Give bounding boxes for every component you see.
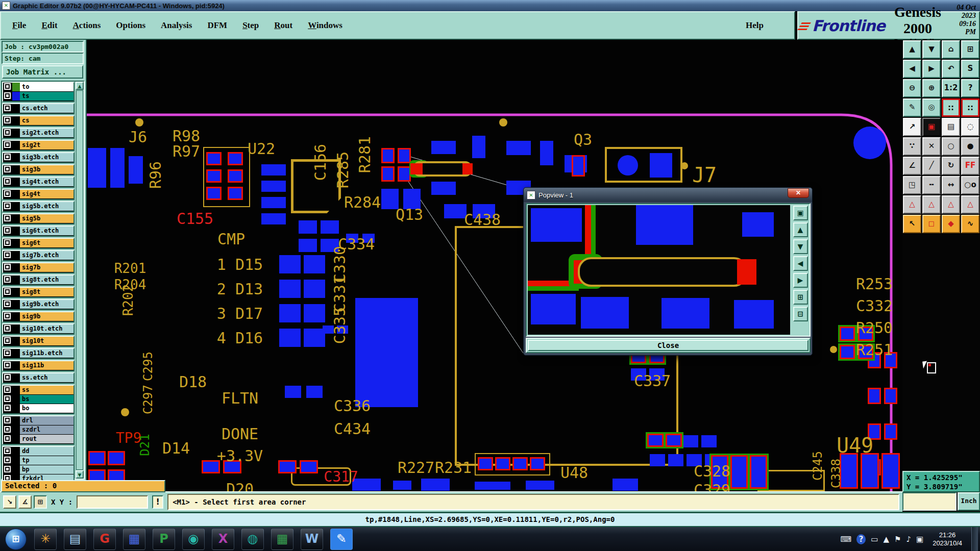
popview-pad[interactable] — [578, 257, 747, 287]
popview-canvas[interactable] — [528, 205, 790, 335]
pcb-pad[interactable] — [279, 255, 301, 273]
layer-checkbox[interactable] — [4, 426, 11, 433]
move-tool-button[interactable]: ↗ — [903, 118, 921, 136]
pan-left-button[interactable]: ◀ — [903, 60, 921, 78]
alert-button[interactable]: ! — [152, 495, 163, 509]
origin-target-button[interactable]: ◎ — [922, 98, 941, 117]
layer-checkbox[interactable] — [4, 117, 11, 123]
angle-tool-button[interactable]: ∠ — [903, 157, 921, 175]
popview-pad[interactable] — [662, 298, 709, 329]
pcb-pad[interactable] — [650, 153, 672, 178]
layer-checkbox[interactable] — [4, 239, 11, 246]
pcb-pad[interactable] — [381, 148, 395, 163]
pcb-pad[interactable] — [261, 213, 286, 224]
pcb-pad[interactable] — [512, 457, 528, 470]
layer-checkbox[interactable] — [4, 83, 11, 90]
pcb-pad[interactable] — [884, 423, 897, 440]
xy-input[interactable] — [77, 495, 148, 509]
previous-view-button[interactable]: ↶ — [942, 60, 960, 78]
pcb-pad[interactable] — [304, 280, 325, 298]
layer-row-sig11b.etch[interactable]: sig11b.etch — [3, 349, 74, 358]
resize-window-button[interactable]: ↘ — [3, 495, 16, 509]
pcb-pad[interactable] — [701, 435, 717, 447]
layer-row-sig9b.etch[interactable]: sig9b.etch — [3, 300, 74, 309]
layer-row-sig2t.etch[interactable]: sig2t.etch — [3, 129, 74, 138]
layer-row-tp[interactable]: tp — [3, 456, 74, 465]
mirror-tool-button[interactable]: FF — [961, 157, 979, 175]
layer-row-sig11b[interactable]: sig11b — [3, 361, 74, 370]
layer-checkbox[interactable] — [4, 435, 11, 442]
taskbar-app-exceed-x[interactable]: X — [212, 529, 234, 550]
show-hidden-icon[interactable]: ▲ — [883, 534, 889, 544]
job-matrix-button[interactable]: Job Matrix ... — [2, 65, 83, 79]
layer-checkbox[interactable] — [4, 264, 11, 270]
taskbar-app-cam-tool-2[interactable]: ◍ — [241, 529, 264, 550]
pcb-pad[interactable] — [647, 434, 664, 447]
layer-checkbox[interactable] — [4, 313, 11, 319]
taskbar-app-gold-g[interactable]: G — [93, 529, 116, 550]
layer-checkbox[interactable] — [4, 466, 11, 472]
layer-row-sig8t.etch[interactable]: sig8t.etch — [3, 276, 74, 285]
layer-row-sig10t[interactable]: sig10t — [3, 337, 74, 346]
pcb-pad[interactable] — [88, 148, 106, 188]
pcb-pad[interactable] — [730, 455, 748, 489]
pcb-pad[interactable] — [88, 451, 106, 465]
layer-checkbox[interactable] — [4, 395, 11, 402]
layer-row-sig9b[interactable]: sig9b — [3, 312, 74, 321]
taskbar-app-quill[interactable]: ✎ — [330, 529, 353, 550]
xy-window-button[interactable]: ⊞ — [961, 40, 979, 59]
resize-tool-button[interactable]: ▣ — [922, 118, 941, 136]
pcb-pad[interactable] — [572, 155, 585, 177]
volume-icon[interactable]: ♪ — [906, 534, 911, 544]
rotate-tool-button[interactable]: ↻ — [942, 157, 960, 175]
layer-row-bp[interactable]: bp — [3, 465, 74, 474]
layer-row-sig6t[interactable]: sig6t — [3, 239, 74, 248]
pcb-pad[interactable] — [666, 434, 682, 447]
break-tool-button[interactable]: ╍ — [922, 176, 941, 194]
angle-measure-button[interactable]: ∡ — [18, 495, 32, 509]
popview-pad[interactable] — [531, 208, 582, 242]
popview-close-icon[interactable]: ✕ — [788, 188, 809, 198]
layer-row-sig3b.etch[interactable]: sig3b.etch — [3, 153, 74, 162]
pcb-pad[interactable] — [530, 457, 545, 470]
align-top-1-button[interactable]: △ — [903, 195, 921, 214]
pcb-pad[interactable] — [108, 451, 125, 465]
delete-tool-button[interactable]: ✕ — [922, 137, 941, 156]
pcb-pad[interactable] — [650, 454, 665, 466]
pcb-pad[interactable] — [618, 155, 638, 176]
menu-edit[interactable]: Edit — [41, 20, 57, 31]
pcb-pad[interactable] — [261, 164, 286, 176]
layer-row-dd[interactable]: dd — [3, 447, 74, 456]
layer-scrollbar[interactable]: ▲ ▼ — [76, 82, 84, 479]
pcb-pad[interactable] — [840, 345, 855, 359]
pcb-pad[interactable] — [681, 162, 688, 169]
layer-row-sig8t[interactable]: sig8t — [3, 288, 74, 297]
layer-row-ts[interactable]: ts — [3, 92, 74, 101]
pan-up-button[interactable]: ▲ — [903, 40, 921, 59]
pcb-pad[interactable] — [472, 136, 485, 158]
taskbar-clock[interactable]: 21:26 2023/10/4 — [933, 531, 962, 547]
popview-titlebar[interactable]: ✕ Popview - 1 ✕ — [524, 188, 812, 202]
select-net-button[interactable]: ∿ — [961, 215, 979, 233]
show-desktop-button[interactable] — [971, 527, 978, 551]
net-view-1-button[interactable]: :: — [942, 98, 960, 117]
layer-checkbox[interactable] — [4, 337, 11, 344]
pv-pan-up-button[interactable]: ▲ — [793, 222, 808, 237]
popview-pad[interactable] — [581, 297, 629, 329]
copy-open-button[interactable]: ○ — [942, 137, 960, 156]
pcb-pad[interactable] — [444, 204, 467, 218]
menu-rout[interactable]: Rout — [274, 20, 292, 31]
layer-checkbox[interactable] — [4, 325, 11, 332]
pcb-pad[interactable] — [279, 280, 301, 298]
select-circle-button[interactable]: ◌ — [961, 118, 979, 136]
popview-pad[interactable] — [734, 300, 774, 329]
popview-pad[interactable] — [636, 205, 693, 245]
layer-row-sig2t[interactable]: sig2t — [3, 141, 74, 150]
pcb-pad[interactable] — [612, 479, 638, 491]
layer-row-sig10t.etch[interactable]: sig10t.etch — [3, 324, 74, 334]
layer-checkbox[interactable] — [4, 105, 11, 111]
layer-row-cs[interactable]: cs — [3, 116, 74, 126]
pcb-pad[interactable] — [135, 118, 143, 127]
layer-checkbox[interactable] — [4, 349, 11, 356]
pcb-pad[interactable] — [321, 220, 339, 234]
